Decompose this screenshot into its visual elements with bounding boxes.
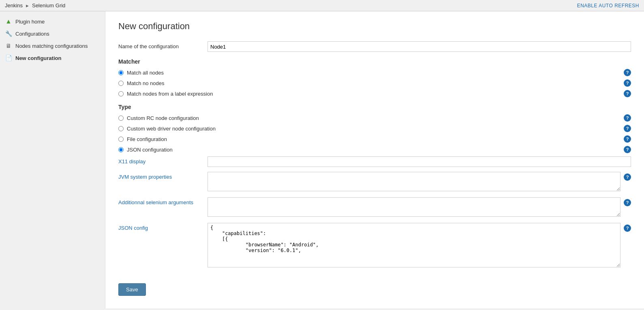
matcher-radio-group: Match all nodes ? Match no nodes ? Match… (118, 69, 631, 97)
file-config-help-icon[interactable]: ? (624, 135, 631, 143)
breadcrumb-separator: ► (25, 3, 30, 8)
breadcrumb-selenium-grid[interactable]: Selenium Grid (32, 2, 65, 9)
selenium-textarea[interactable] (208, 197, 620, 217)
selenium-label: Additionnal selenium arguments (118, 197, 208, 205)
selenium-row: Additionnal selenium arguments ? (118, 197, 631, 218)
match-none-label[interactable]: Match no nodes (127, 80, 165, 86)
sidebar-item-nodes-matching[interactable]: 🖥 Nodes matching configurations (0, 40, 105, 52)
custom-rc-row: Custom RC node configuration ? (118, 114, 631, 122)
custom-rc-radio[interactable] (118, 115, 124, 121)
selenium-input-area: ? (208, 197, 631, 218)
home-icon: ▲ (5, 18, 12, 25)
file-config-radio[interactable] (118, 137, 124, 142)
match-all-row: Match all nodes ? (118, 69, 631, 76)
page-layout: ▲ Plugin home 🔧 Configurations 🖥 Nodes m… (0, 11, 644, 308)
sidebar-item-nodes-matching-label: Nodes matching configurations (15, 43, 88, 49)
json-config-textarea[interactable]: { "capabilities": [{ "browserName": "And… (208, 223, 620, 267)
save-button[interactable]: Save (118, 283, 146, 296)
custom-rc-label[interactable]: Custom RC node configuration (127, 115, 199, 121)
sidebar-item-plugin-home-label: Plugin home (15, 19, 45, 25)
custom-rc-help-icon[interactable]: ? (624, 114, 631, 122)
config-name-input[interactable] (208, 41, 631, 52)
monitor-icon: 🖥 (5, 42, 12, 49)
match-label-help-icon[interactable]: ? (624, 90, 631, 97)
jvm-help-icon[interactable]: ? (624, 173, 631, 181)
match-label-radio[interactable] (118, 91, 124, 96)
sidebar-item-new-configuration[interactable]: 📄 New configuration (0, 52, 105, 64)
x11-row: X11 display (118, 156, 631, 167)
matcher-section-title: Matcher (118, 58, 631, 65)
json-config-help-icon[interactable]: ? (624, 224, 631, 232)
config-name-label: Name of the configuration (118, 41, 208, 49)
breadcrumb: Jenkins ► Selenium Grid (5, 2, 65, 9)
match-label-row: Match nodes from a label expression ? (118, 90, 631, 97)
json-config-field-row: JSON config { "capabilities": [{ "browse… (118, 223, 631, 269)
topbar: Jenkins ► Selenium Grid ENABLE AUTO REFR… (0, 0, 644, 11)
match-label-label[interactable]: Match nodes from a label expression (127, 91, 213, 97)
json-config-row: JSON configuration ? (118, 146, 631, 153)
jvm-label: JVM system properties (118, 172, 208, 180)
jvm-input-area: ? (208, 172, 631, 192)
config-name-row: Name of the configuration (118, 41, 631, 52)
file-config-label[interactable]: File configuration (127, 136, 167, 142)
match-none-help-icon[interactable]: ? (624, 79, 631, 87)
wrench-icon: 🔧 (5, 30, 12, 37)
page-title: New configuration (118, 21, 631, 32)
x11-input[interactable] (208, 156, 631, 167)
sidebar-item-configurations[interactable]: 🔧 Configurations (0, 28, 105, 40)
enable-auto-refresh-link[interactable]: ENABLE AUTO REFRESH (577, 3, 639, 9)
x11-label: X11 display (118, 156, 208, 165)
type-radio-group: Custom RC node configuration ? Custom we… (118, 114, 631, 153)
match-all-radio[interactable] (118, 70, 124, 75)
sidebar: ▲ Plugin home 🔧 Configurations 🖥 Nodes m… (0, 11, 105, 308)
json-config-label: JSON config (118, 223, 208, 231)
json-config-help-icon[interactable]: ? (624, 146, 631, 153)
main-content: New configuration Name of the configurat… (105, 11, 644, 308)
sidebar-item-new-configuration-label: New configuration (15, 55, 61, 61)
match-all-help-icon[interactable]: ? (624, 69, 631, 76)
page-icon: 📄 (5, 54, 12, 62)
file-config-row: File configuration ? (118, 135, 631, 143)
custom-wd-label[interactable]: Custom web driver node configuration (127, 126, 216, 132)
match-none-radio[interactable] (118, 81, 124, 86)
selenium-help-icon[interactable]: ? (624, 199, 631, 206)
match-none-row: Match no nodes ? (118, 79, 631, 87)
custom-wd-radio[interactable] (118, 126, 124, 131)
json-config-input-area: { "capabilities": [{ "browserName": "And… (208, 223, 631, 269)
match-all-label[interactable]: Match all nodes (127, 70, 164, 76)
jvm-row: JVM system properties ? (118, 172, 631, 192)
json-config-label[interactable]: JSON configuration (127, 147, 173, 153)
sidebar-item-plugin-home[interactable]: ▲ Plugin home (0, 15, 105, 28)
json-config-radio[interactable] (118, 147, 124, 152)
breadcrumb-jenkins[interactable]: Jenkins (5, 2, 23, 9)
custom-wd-row: Custom web driver node configuration ? (118, 125, 631, 132)
x11-input-area (208, 156, 631, 167)
sidebar-item-configurations-label: Configurations (15, 31, 49, 37)
jvm-textarea[interactable] (208, 172, 620, 191)
type-section-title: Type (118, 104, 631, 110)
custom-wd-help-icon[interactable]: ? (624, 125, 631, 132)
